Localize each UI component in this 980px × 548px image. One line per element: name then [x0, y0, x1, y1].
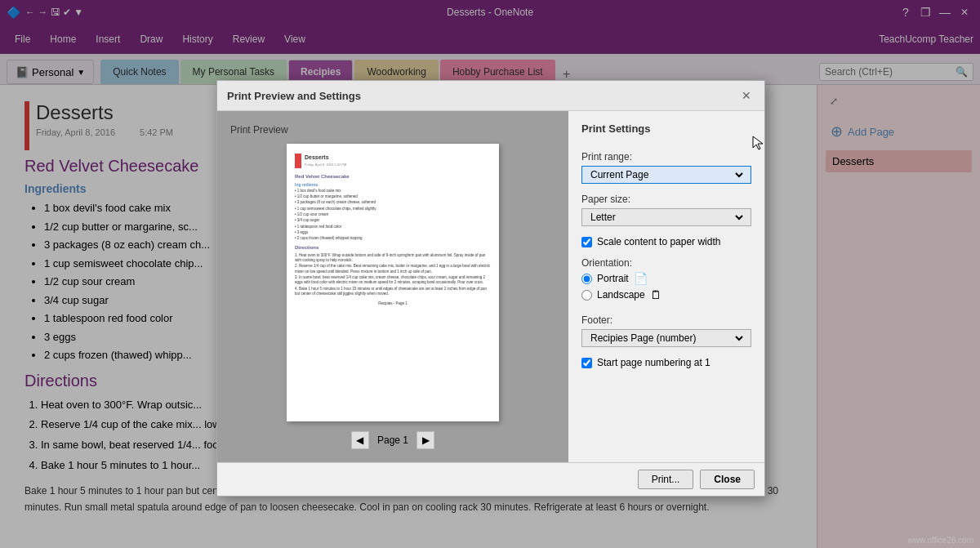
print-range-select-wrapper: Current Page All Pages	[581, 166, 751, 184]
preview-ing-5: • 1/2 cup sour cream	[295, 212, 491, 217]
orientation-label: Orientation:	[581, 257, 751, 269]
paper-size-select-wrapper: Letter A4 Legal	[581, 208, 751, 226]
preview-ing-8: • 3 eggs	[295, 230, 491, 235]
portrait-row: Portrait 📄	[581, 272, 751, 285]
preview-dir-1: 1. Heat oven to 300°F. Wrap outside bott…	[295, 253, 491, 264]
landscape-label: Landscape	[597, 289, 645, 301]
print-range-select[interactable]: Current Page All Pages	[587, 168, 746, 181]
preview-dir-2: 2. Reserve 1/4 cup of the cake mix. Beat…	[295, 264, 491, 274]
preview-meta: Friday, April 8, 2016 5:42 PM	[305, 163, 346, 167]
preview-ing-9: • 2 cups frozen (thawed) whipped topping	[295, 236, 491, 241]
footer-select[interactable]: Recipies Page (number) None	[587, 332, 746, 345]
page-indicator: Page 1	[377, 434, 408, 446]
modal-close-button[interactable]: ✕	[738, 87, 755, 104]
preview-nav: ◀ Page 1 ▶	[351, 431, 434, 449]
preview-label: Print Preview	[230, 124, 288, 136]
preview-ing-6: • 3/4 cup sugar	[295, 218, 491, 223]
start-page-checkbox[interactable]	[581, 358, 592, 368]
modal-footer: Print... Close	[217, 462, 764, 496]
landscape-icon: 🗒	[650, 288, 662, 301]
footer-select-wrapper: Recipies Page (number) None	[581, 329, 751, 347]
paper-size-select[interactable]: Letter A4 Legal	[587, 211, 746, 224]
print-range-label: Print range:	[581, 151, 751, 163]
preview-page: Desserts Friday, April 8, 2016 5:42 PM R…	[287, 144, 499, 421]
footer-label: Footer:	[581, 314, 751, 326]
orientation-section: Orientation: Portrait 📄 Landscape 🗒	[581, 257, 751, 305]
preview-directions: Directions	[295, 244, 491, 251]
paper-size-section: Paper size: Letter A4 Legal	[581, 194, 751, 226]
watermark: www.office26.com	[908, 536, 973, 545]
modal-body: Print Preview Desserts Friday, April 8, …	[217, 111, 764, 462]
start-page-label: Start page numbering at 1	[597, 357, 710, 368]
print-button[interactable]: Print...	[638, 470, 694, 489]
footer-section: Footer: Recipies Page (number) None	[581, 314, 751, 347]
close-modal-button[interactable]: Close	[700, 470, 755, 489]
next-page-button[interactable]: ▶	[416, 431, 434, 449]
landscape-radio[interactable]	[581, 290, 592, 301]
portrait-radio[interactable]	[581, 274, 592, 284]
preview-recipe-title: Red Velvet Cheesecake	[295, 173, 491, 180]
paper-size-label: Paper size:	[581, 194, 751, 205]
modal-titlebar: Print Preview and Settings ✕	[217, 81, 764, 111]
start-page-row: Start page numbering at 1	[581, 357, 751, 368]
scale-content-label: Scale content to paper width	[597, 236, 720, 247]
scale-content-row: Scale content to paper width	[581, 236, 751, 247]
settings-title: Print Settings	[581, 123, 751, 135]
scale-content-checkbox[interactable]	[581, 237, 592, 247]
preview-ing-7: • 1 tablespoon red food color	[295, 225, 491, 229]
portrait-icon: 📄	[634, 272, 648, 285]
prev-page-button[interactable]: ◀	[351, 431, 369, 449]
preview-title: Desserts	[305, 154, 346, 162]
print-range-section: Print range: Current Page All Pages	[581, 151, 751, 184]
preview-ing-1: • 1 box devil's food cake mix	[295, 189, 491, 194]
print-preview-modal: Print Preview and Settings ✕ Print Previ…	[216, 80, 765, 497]
portrait-label: Portrait	[597, 273, 629, 284]
preview-ing-3: • 3 packages (8 oz each) cream cheese, s…	[295, 200, 491, 205]
preview-area: Print Preview Desserts Friday, April 8, …	[217, 111, 568, 462]
preview-dir-3: 3. In same bowl, beat reserved 1/4 cup c…	[295, 275, 491, 286]
landscape-row: Landscape 🗒	[581, 288, 751, 301]
preview-page-num: Recipies - Page 1	[295, 301, 491, 306]
preview-ing-2: • 1/2 cup butter or margarine, softened	[295, 194, 491, 199]
modal-overlay: Print Preview and Settings ✕ Print Previ…	[0, 0, 980, 548]
settings-area: Print Settings Print range: Current Page…	[568, 111, 764, 462]
preview-red-bar	[295, 154, 301, 168]
modal-title: Print Preview and Settings	[227, 90, 361, 102]
preview-dir-4: 4. Bake 1 hour 5 minutes to 1 hour 15 mi…	[295, 287, 491, 297]
preview-ingredients: Ing redients	[295, 182, 491, 188]
preview-ing-4: • 1 cup semisweet chocolate chips, melte…	[295, 207, 491, 212]
